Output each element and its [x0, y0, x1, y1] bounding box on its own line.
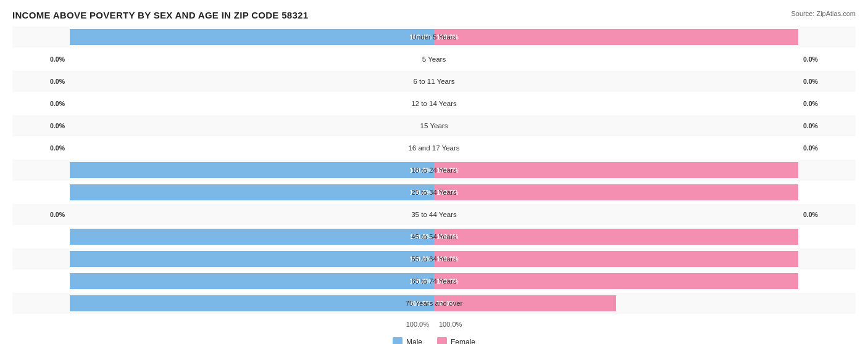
- female-value-zero: 0.0%: [803, 55, 818, 63]
- total-male: 100.0%: [12, 321, 434, 328]
- female-bar: 50.0%: [434, 295, 616, 311]
- left-section: 100.0%: [12, 293, 434, 314]
- left-section: 100.0%: [12, 271, 434, 292]
- right-section: 0.0%: [434, 71, 856, 92]
- right-section: 0.0%: [434, 49, 856, 70]
- bar-row: 100.0%50.0%75 Years and over: [12, 293, 856, 314]
- chart-area: 100.0%100.0%Under 5 Years0.0%0.0%5 Years…: [12, 27, 856, 332]
- male-bar: 100.0%: [70, 273, 434, 289]
- right-section: 0.0%: [434, 93, 856, 114]
- chart-title: INCOME ABOVE POVERTY BY SEX AND AGE IN Z…: [12, 10, 308, 20]
- right-section: 100.0%: [434, 271, 856, 292]
- legend-male: Male: [393, 337, 422, 344]
- left-section: 0.0%: [12, 204, 434, 225]
- right-section: 0.0%: [434, 115, 856, 136]
- right-section: 100.0%: [434, 27, 856, 47]
- left-section: 0.0%: [12, 115, 434, 136]
- right-section: 100.0%: [434, 248, 856, 269]
- left-section: 0.0%: [12, 93, 434, 114]
- male-bar: 100.0%: [70, 29, 434, 45]
- left-section: 100.0%: [12, 27, 434, 47]
- male-value-zero: 0.0%: [50, 144, 65, 152]
- female-value-zero: 0.0%: [803, 100, 818, 107]
- male-bar: 100.0%: [70, 251, 434, 267]
- female-value-zero: 0.0%: [803, 122, 818, 129]
- male-value: 100.0%: [409, 184, 434, 200]
- bar-row: 100.0%100.0%18 to 24 Years: [12, 160, 856, 181]
- male-value: 100.0%: [409, 29, 434, 45]
- female-bar: 100.0%: [434, 273, 798, 289]
- right-section: 50.0%: [434, 293, 856, 314]
- right-section: 0.0%: [434, 137, 856, 158]
- legend-male-box: [393, 337, 403, 344]
- male-bar: 100.0%: [70, 184, 434, 200]
- female-bar: 100.0%: [434, 162, 798, 178]
- legend: Male Female: [12, 337, 856, 344]
- legend-male-label: Male: [406, 338, 422, 344]
- left-section: 0.0%: [12, 71, 434, 92]
- male-bar: 100.0%: [70, 162, 434, 178]
- male-value-zero: 0.0%: [50, 78, 65, 85]
- bar-row: 100.0%100.0%45 to 54 Years: [12, 226, 856, 247]
- chart-container: INCOME ABOVE POVERTY BY SEX AND AGE IN Z…: [12, 10, 856, 344]
- male-value-zero: 0.0%: [50, 55, 65, 63]
- male-bar: 100.0%: [70, 229, 434, 245]
- left-section: 100.0%: [12, 248, 434, 269]
- female-value: 100.0%: [434, 251, 459, 267]
- right-section: 100.0%: [434, 182, 856, 203]
- legend-female: Female: [437, 337, 475, 344]
- bar-row: 0.0%0.0%35 to 44 Years: [12, 204, 856, 225]
- female-bar: 100.0%: [434, 251, 798, 267]
- total-row: 100.0%100.0%: [12, 316, 856, 332]
- left-section: 100.0%: [12, 226, 434, 247]
- male-bar: 100.0%: [70, 295, 434, 311]
- male-value-zero: 0.0%: [50, 122, 65, 129]
- source-label: Source: ZipAtlas.com: [791, 10, 856, 17]
- right-section: 0.0%: [434, 204, 856, 225]
- bar-row: 100.0%100.0%55 to 64 Years: [12, 248, 856, 269]
- female-value: 100.0%: [434, 229, 459, 245]
- male-value: 100.0%: [409, 229, 434, 245]
- left-section: 0.0%: [12, 137, 434, 158]
- total-female: 100.0%: [434, 321, 856, 328]
- female-value: 100.0%: [434, 273, 459, 289]
- legend-female-box: [437, 337, 447, 344]
- bar-row: 100.0%100.0%25 to 34 Years: [12, 182, 856, 203]
- bar-row: 0.0%0.0%5 Years: [12, 49, 856, 70]
- bar-row: 100.0%100.0%Under 5 Years: [12, 27, 856, 47]
- male-value-zero: 0.0%: [50, 211, 65, 218]
- bar-row: 0.0%0.0%15 Years: [12, 115, 856, 136]
- female-value: 100.0%: [434, 162, 459, 178]
- left-section: 100.0%: [12, 160, 434, 181]
- female-bar: 100.0%: [434, 29, 798, 45]
- female-bar: 100.0%: [434, 229, 798, 245]
- right-section: 100.0%: [434, 226, 856, 247]
- bar-row: 0.0%0.0%12 to 14 Years: [12, 93, 856, 114]
- male-value-zero: 0.0%: [50, 100, 65, 107]
- male-value: 100.0%: [409, 273, 434, 289]
- bar-row: 0.0%0.0%16 and 17 Years: [12, 137, 856, 158]
- male-value: 100.0%: [409, 162, 434, 178]
- male-value: 100.0%: [409, 251, 434, 267]
- left-section: 100.0%: [12, 182, 434, 203]
- right-section: 100.0%: [434, 160, 856, 181]
- male-value: 100.0%: [409, 295, 434, 311]
- female-value-zero: 0.0%: [803, 144, 818, 152]
- female-value: 50.0%: [434, 295, 455, 311]
- female-bar: 100.0%: [434, 184, 798, 200]
- female-value-zero: 0.0%: [803, 211, 818, 218]
- female-value: 100.0%: [434, 29, 459, 45]
- female-value: 100.0%: [434, 184, 459, 200]
- legend-female-label: Female: [451, 338, 475, 344]
- female-value-zero: 0.0%: [803, 78, 818, 85]
- left-section: 0.0%: [12, 49, 434, 70]
- bar-row: 0.0%0.0%6 to 11 Years: [12, 71, 856, 92]
- bar-row: 100.0%100.0%65 to 74 Years: [12, 271, 856, 292]
